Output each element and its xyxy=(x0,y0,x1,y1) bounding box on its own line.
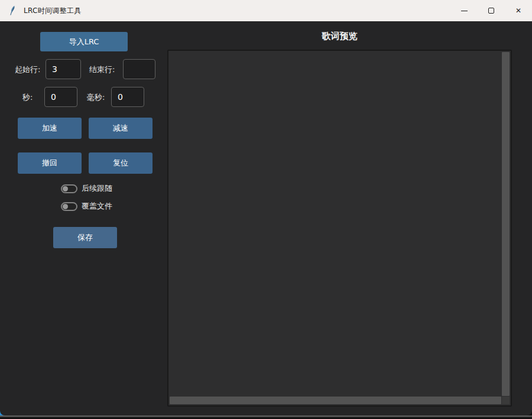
import-lrc-button[interactable]: 导入LRC xyxy=(40,32,128,51)
preview-title: 歌词预览 xyxy=(167,31,512,42)
app-window: LRC时间调整工具 ✕ 导入LRC 起始行: 结束行: 秒: 毫秒: 加速 减速… xyxy=(0,0,532,415)
titlebar: LRC时间调整工具 ✕ xyxy=(0,0,532,21)
start-line-label: 起始行: xyxy=(15,64,40,75)
reset-button[interactable]: 复位 xyxy=(89,152,153,174)
end-line-label: 结束行: xyxy=(89,64,115,75)
follow-toggle-switch-icon xyxy=(61,184,77,193)
close-icon: ✕ xyxy=(515,7,521,14)
overwrite-toggle-label: 覆盖文件 xyxy=(82,201,112,212)
python-feather-icon xyxy=(8,5,18,16)
save-button[interactable]: 保存 xyxy=(53,227,117,248)
speed-up-button[interactable]: 加速 xyxy=(18,118,82,139)
undo-button[interactable]: 撤回 xyxy=(18,152,82,174)
slow-down-button[interactable]: 减速 xyxy=(89,118,153,139)
horizontal-scrollbar[interactable] xyxy=(170,397,501,404)
window-bottom-edge xyxy=(0,415,532,417)
minimize-icon xyxy=(461,11,468,11)
milliseconds-input[interactable] xyxy=(111,87,144,107)
maximize-icon xyxy=(488,8,494,14)
seconds-input[interactable] xyxy=(44,87,77,107)
close-button[interactable]: ✕ xyxy=(505,0,532,21)
window-title: LRC时间调整工具 xyxy=(24,6,82,16)
start-line-input[interactable] xyxy=(46,59,81,79)
main-content: 导入LRC 起始行: 结束行: 秒: 毫秒: 加速 减速 撤回 复位 后续跟随 … xyxy=(0,21,532,415)
lyrics-preview-textarea[interactable] xyxy=(167,50,512,407)
minimize-button[interactable] xyxy=(450,0,478,21)
follow-toggle[interactable]: 后续跟随 xyxy=(61,183,112,194)
scrollbar-corner xyxy=(502,397,510,404)
lyrics-preview-content xyxy=(171,53,500,395)
vertical-scrollbar[interactable] xyxy=(502,52,510,396)
overwrite-toggle[interactable]: 覆盖文件 xyxy=(61,201,112,212)
milliseconds-label: 毫秒: xyxy=(87,92,105,103)
maximize-button[interactable] xyxy=(478,0,505,21)
seconds-label: 秒: xyxy=(22,92,33,103)
follow-toggle-label: 后续跟随 xyxy=(82,183,112,194)
window-controls: ✕ xyxy=(450,0,532,21)
end-line-input[interactable] xyxy=(123,59,155,79)
overwrite-toggle-switch-icon xyxy=(61,202,77,211)
